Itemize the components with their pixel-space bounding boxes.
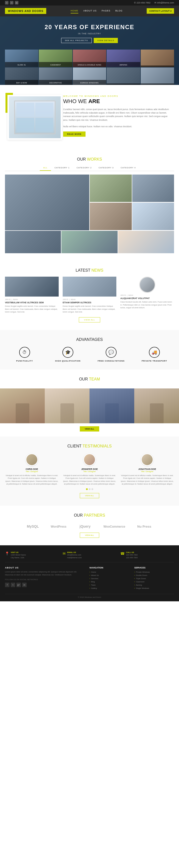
grid-item-7[interactable]: DECORATIVE xyxy=(39,67,72,85)
read-more-button[interactable]: READ MORE xyxy=(63,131,85,137)
nupress-logo-svg: Nu Press xyxy=(137,522,152,529)
logo[interactable]: WINDOWS AND DOORS xyxy=(5,8,46,14)
footer-visit: 📍 VISIT US 1234 Street NameCity Name, US… xyxy=(5,551,59,559)
facebook-icon[interactable]: f xyxy=(5,1,8,4)
our-team-section: OUR TEAM xyxy=(0,370,179,436)
work-item-3[interactable] xyxy=(132,175,174,202)
grid-item-9[interactable] xyxy=(107,67,140,85)
work-item-4[interactable] xyxy=(90,203,132,230)
team-header: OUR TEAM xyxy=(0,374,179,389)
footer-google-icon[interactable]: g+ xyxy=(16,583,21,587)
work-item-8[interactable] xyxy=(118,231,174,253)
grid-item-1[interactable]: SLIDE 01 xyxy=(5,50,38,67)
nav-contact-layout[interactable]: CONTACT LAYOUT 2 xyxy=(147,8,174,14)
hero-title: 20 YEARS OF EXPERIENCE xyxy=(45,24,135,30)
work-item-1[interactable] xyxy=(5,175,89,230)
punctuality-icon: ⏱ xyxy=(19,347,30,358)
works-tab-cat1[interactable]: CATEGORY 1 xyxy=(51,165,73,171)
advantage-qualification: 🎓 HIGH QUALIFICATION xyxy=(48,347,87,362)
work-item-2[interactable] xyxy=(90,175,132,202)
topbar-email: ✉ info@theme.com xyxy=(154,1,174,4)
topbar-phone: ✆ 223-456-7892 xyxy=(134,1,151,4)
dot-3[interactable] xyxy=(92,488,93,490)
nav-blog[interactable]: BLOG xyxy=(115,8,122,13)
footer-service-4[interactable]: Casement xyxy=(134,580,174,583)
grid-item-6[interactable]: BAY & BOW xyxy=(5,67,38,85)
nav-home[interactable]: HOME xyxy=(71,8,78,13)
avatar-3 xyxy=(141,454,153,466)
team-member-4 xyxy=(134,389,179,423)
news-img-1 xyxy=(5,277,59,297)
qualification-icon: 🎓 xyxy=(62,347,73,358)
footer-nav-gallery[interactable]: Gallery xyxy=(90,587,129,590)
team-view-all-button[interactable]: VIEW ALL xyxy=(80,426,99,432)
footer-service-1[interactable]: Private Windows xyxy=(134,570,174,574)
grid-label-4: AWNING xyxy=(119,64,128,66)
grid-item-10[interactable] xyxy=(141,67,174,85)
testimonials-title: CLIENT TESTIMONIALS xyxy=(5,444,174,448)
view-details-button[interactable]: VIEW DETAILS xyxy=(94,38,118,43)
news-text-2: Donec feugiat sagittis ante laoreet. Cra… xyxy=(63,305,116,313)
grid-item-8[interactable]: EGRESS WINDOWS xyxy=(73,67,106,85)
grid-label-8: EGRESS WINDOWS xyxy=(80,82,99,84)
grid-item-2[interactable]: CASEMENT xyxy=(39,50,72,67)
footer-linkedin-icon[interactable]: in xyxy=(22,583,27,587)
nav-about[interactable]: ABOUT US xyxy=(83,8,97,13)
footer-service-2[interactable]: Double Doors xyxy=(134,574,174,577)
works-tab-cat4[interactable]: CATEGORY 4 xyxy=(117,165,139,171)
footer-service-3[interactable]: Triple Doors xyxy=(134,577,174,580)
news-title-3: ALIQUAM ERAT VOLUTPAT xyxy=(120,297,174,300)
work-item-5[interactable] xyxy=(132,203,174,230)
works-tab-cat2[interactable]: CATEGORY 2 xyxy=(73,165,95,171)
news-meta-3: JAN 01 | Admin xyxy=(120,294,174,296)
testimonial-text-2: Volutpat id amet est id efficitur mattis… xyxy=(63,474,116,485)
work-item-6[interactable] xyxy=(5,231,61,253)
advantages-section: ADVANTAGES ⏱ PUNCTUALITY 🎓 HIGH QUALIFIC… xyxy=(0,330,179,370)
footer: 📍 VISIT US 1234 Street NameCity Name, US… xyxy=(0,545,179,601)
advantage-consultations: 💬 FREE CONSULTATIONS xyxy=(92,347,131,362)
news-view-all-button[interactable]: VIEW ALL xyxy=(79,317,100,322)
footer-nav-services[interactable]: Services xyxy=(90,577,129,580)
grid-item-5[interactable] xyxy=(141,50,174,67)
avatar-2 xyxy=(83,454,96,466)
dot-1[interactable] xyxy=(86,488,88,490)
grid-label-2: CASEMENT xyxy=(50,64,61,66)
footer-services-title: SERVICES xyxy=(134,566,174,569)
partners-logos: MySQL WordPress jQuery WooCommerce Nu Pr… xyxy=(5,522,174,530)
team-photo-2 xyxy=(45,389,90,423)
works-tab-all[interactable]: ALL xyxy=(40,165,51,171)
team-member-1 xyxy=(0,389,45,423)
advantage-label-1: PUNCTUALITY xyxy=(16,360,33,362)
footer-nav-about[interactable]: About Us xyxy=(90,574,129,577)
footer-nav-home[interactable]: Home xyxy=(90,570,129,574)
footer-facebook-icon[interactable]: f xyxy=(5,583,9,587)
twitter-icon[interactable]: t xyxy=(10,1,13,4)
footer-nav-team[interactable]: Team xyxy=(90,583,129,587)
nav-pages[interactable]: PAGES xyxy=(102,8,110,13)
news-meta-2: JAN 01 | Admin xyxy=(63,299,116,300)
footer-info-row: 📍 VISIT US 1234 Street NameCity Name, US… xyxy=(5,551,174,562)
dot-2[interactable] xyxy=(89,488,91,490)
footer-twitter-icon[interactable]: t xyxy=(11,583,15,587)
social-icons[interactable]: f t in xyxy=(5,1,19,4)
footer-service-5[interactable]: Awning xyxy=(134,583,174,587)
grid-label-7: DECORATIVE xyxy=(49,82,62,84)
advantage-label-2: HIGH QUALIFICATION xyxy=(55,360,80,362)
linkedin-icon[interactable]: in xyxy=(15,1,19,4)
news-item-2: JAN 01 | Admin ETIAM SEMPER ULTRICES Don… xyxy=(63,277,116,313)
grid-item-3[interactable]: SINGLE & DOUBLE HUNG xyxy=(73,50,106,67)
partners-view-all-button[interactable]: VIEW ALL xyxy=(80,533,99,538)
footer-services-col: SERVICES Private Windows Double Doors Tr… xyxy=(134,566,174,590)
work-item-7[interactable] xyxy=(62,231,117,253)
hero-subtitle: IN THE INDUSTRY xyxy=(45,32,135,35)
works-tab-cat3[interactable]: CATEGORY 3 xyxy=(95,165,117,171)
visit-value: 1234 Street NameCity Name, USA xyxy=(11,554,26,559)
footer-social[interactable]: f t g+ in xyxy=(5,583,84,587)
testimonials-view-all-button[interactable]: VIEW ALL xyxy=(80,493,99,498)
footer-nav-blog[interactable]: Blog xyxy=(90,580,129,583)
grid-item-4[interactable]: AWNING xyxy=(107,50,140,67)
footer-service-6[interactable]: Single Windows xyxy=(134,587,174,590)
partner-nupress: Nu Press xyxy=(135,522,155,530)
team-photo-1 xyxy=(0,389,45,423)
see-projects-button[interactable]: SEE ALL PROJECTS xyxy=(61,38,92,43)
